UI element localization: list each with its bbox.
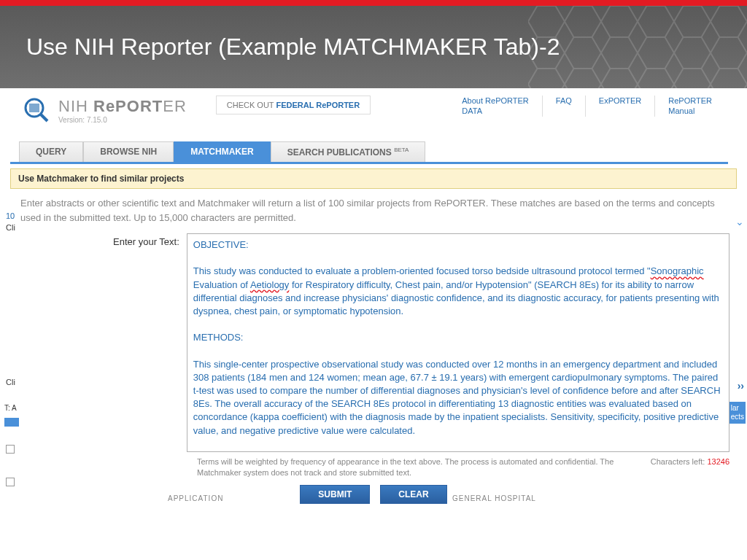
federal-reporter-link[interactable]: CHECK OUT FEDERAL RePORTER bbox=[216, 96, 371, 114]
tabs: QUERY BROWSE NIH MATCHMAKER SEARCH PUBLI… bbox=[19, 141, 747, 162]
char-counter: Characters left: 13246 bbox=[651, 456, 729, 479]
instructions-text: Enter abstracts or other scientific text… bbox=[0, 189, 747, 233]
svg-rect-1 bbox=[528, 6, 747, 88]
bg-fragment-bottom2: GENERAL HOSPITAL bbox=[452, 494, 536, 502]
button-row: SUBMIT CLEAR bbox=[0, 479, 747, 510]
hex-decoration bbox=[528, 6, 747, 88]
abstract-textarea[interactable]: OBJECTIVE: This study was conducted to e… bbox=[187, 233, 729, 452]
nav-exporter[interactable]: ExPORTER bbox=[585, 96, 654, 117]
instruction-banner: Use Matchmaker to find similar projects bbox=[10, 168, 737, 189]
tab-matchmaker[interactable]: MATCHMAKER bbox=[174, 141, 270, 162]
nav-manual[interactable]: RePORTER Manual bbox=[654, 96, 725, 117]
tab-query[interactable]: QUERY bbox=[19, 141, 83, 162]
footer-text: Terms will be weighted by frequency of a… bbox=[0, 452, 747, 479]
logo-version: Version: 7.15.0 bbox=[58, 116, 187, 124]
form-area: Enter your Text: OBJECTIVE: This study w… bbox=[0, 233, 747, 452]
slide-title: Use NIH Reporter (Example MATCHMAKER Tab… bbox=[26, 34, 560, 61]
collapse-chevron-icon[interactable]: ⌄ bbox=[735, 216, 744, 228]
svg-line-3 bbox=[40, 114, 47, 121]
nav-links: About RePORTER DATA FAQ ExPORTER RePORTE… bbox=[449, 96, 725, 117]
footer-note: Terms will be weighted by frequency of a… bbox=[197, 456, 651, 479]
submit-button[interactable]: SUBMIT bbox=[300, 485, 370, 504]
clear-button[interactable]: CLEAR bbox=[380, 485, 446, 504]
reporter-logo-icon bbox=[22, 96, 51, 125]
bg-fragment-bottom1: APPLICATION bbox=[168, 494, 223, 502]
top-bar: NIH RePORTER Version: 7.15.0 CHECK OUT F… bbox=[0, 96, 747, 136]
logo-name: NIH RePORTER bbox=[58, 97, 187, 116]
tab-search-pubs[interactable]: SEARCH PUBLICATIONS BETA bbox=[271, 141, 426, 162]
logo-area[interactable]: NIH RePORTER Version: 7.15.0 bbox=[22, 96, 187, 125]
slide-header: Use NIH Reporter (Example MATCHMAKER Tab… bbox=[0, 6, 747, 88]
bg-fragment-right-badge: lar ects bbox=[729, 402, 746, 424]
tab-browse[interactable]: BROWSE NIH bbox=[83, 141, 174, 162]
red-accent-bar bbox=[0, 0, 747, 6]
nav-faq[interactable]: FAQ bbox=[542, 96, 585, 117]
textarea-label: Enter your Text: bbox=[113, 233, 179, 452]
nav-about[interactable]: About RePORTER DATA bbox=[449, 96, 542, 117]
svg-rect-4 bbox=[29, 104, 39, 112]
content-area: 10 Cli Cli T: A NIH RePORTER Version: 7.… bbox=[0, 88, 747, 510]
tab-underline bbox=[10, 162, 728, 164]
expand-arrow-icon[interactable]: ›› bbox=[738, 380, 744, 392]
